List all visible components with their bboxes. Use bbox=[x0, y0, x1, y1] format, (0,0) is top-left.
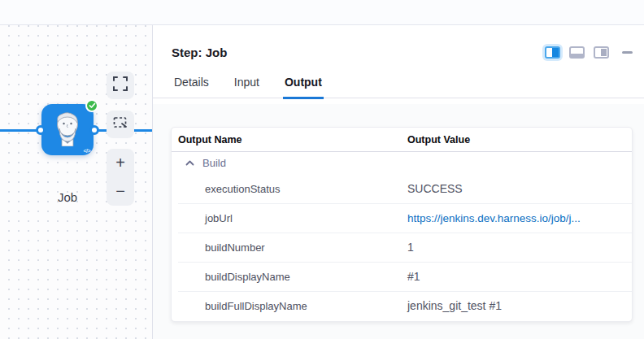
zoom-to-fit-button[interactable] bbox=[107, 72, 134, 99]
success-check-icon bbox=[85, 99, 98, 112]
column-header-output-value: Output Value bbox=[407, 134, 632, 146]
panel-tabs: Details Input Output bbox=[153, 76, 644, 98]
group-label: Build bbox=[202, 157, 226, 169]
output-tab-content: Output Name Output Value Build execution… bbox=[153, 104, 644, 339]
output-table-card: Output Name Output Value Build execution… bbox=[171, 127, 633, 322]
output-value-cell: #1 bbox=[407, 270, 632, 283]
zoom-out-button[interactable]: − bbox=[107, 177, 134, 206]
table-row: executionStatus SUCCESS bbox=[172, 174, 632, 203]
output-name-cell: buildFullDisplayName bbox=[172, 300, 407, 312]
output-value-cell: SUCCESS bbox=[407, 182, 632, 195]
node-output-port[interactable] bbox=[89, 125, 99, 135]
output-name-cell: buildDisplayName bbox=[172, 271, 407, 283]
node-label: Job bbox=[41, 190, 94, 204]
marquee-select-icon bbox=[113, 116, 128, 133]
pipeline-execution-page: </> Job + − Step: Job bbox=[0, 0, 644, 339]
job-step-node[interactable]: </> bbox=[41, 104, 94, 155]
build-group-toggle[interactable]: Build bbox=[172, 152, 632, 174]
output-value-cell: jenkins_git_test #1 bbox=[407, 299, 632, 312]
split-bottom-view-icon[interactable] bbox=[569, 46, 585, 59]
node-input-port[interactable] bbox=[36, 125, 46, 135]
zoom-in-button[interactable]: + bbox=[107, 149, 134, 177]
output-name-cell: jobUrl bbox=[172, 212, 407, 224]
top-header-bar bbox=[0, 0, 644, 25]
job-url-link[interactable]: https://jenkins.dev.harness.io/job/j... bbox=[407, 212, 581, 224]
output-value-cell: https://jenkins.dev.harness.io/job/j... bbox=[407, 211, 632, 224]
table-row: jobUrl https://jenkins.dev.harness.io/jo… bbox=[172, 203, 632, 233]
pipeline-canvas[interactable]: </> Job + − bbox=[0, 25, 152, 339]
table-header-row: Output Name Output Value bbox=[172, 128, 632, 152]
tab-details[interactable]: Details bbox=[172, 76, 211, 98]
step-details-panel: Step: Job Details Input Output Output Na… bbox=[152, 25, 644, 339]
minimize-panel-icon[interactable] bbox=[622, 51, 633, 54]
chevron-up-icon bbox=[185, 160, 194, 166]
table-row: buildFullDisplayName jenkins_git_test #1 bbox=[172, 291, 632, 320]
output-value-cell: 1 bbox=[407, 241, 632, 254]
dock-right-view-icon[interactable] bbox=[594, 46, 609, 59]
split-right-view-icon[interactable] bbox=[545, 46, 560, 59]
zoom-to-fit-icon bbox=[113, 76, 128, 94]
marquee-select-button[interactable] bbox=[107, 111, 134, 138]
output-name-cell: executionStatus bbox=[172, 183, 407, 195]
zoom-controls: + − bbox=[107, 149, 134, 206]
panel-view-toggles bbox=[545, 46, 633, 59]
tab-input[interactable]: Input bbox=[233, 76, 261, 98]
tab-output[interactable]: Output bbox=[283, 76, 324, 99]
code-icon: </> bbox=[83, 148, 90, 154]
column-header-output-name: Output Name bbox=[172, 134, 407, 146]
panel-title: Step: Job bbox=[172, 46, 227, 59]
output-name-cell: buildNumber bbox=[172, 241, 407, 254]
jenkins-icon bbox=[51, 111, 84, 150]
table-row: buildDisplayName #1 bbox=[172, 262, 632, 291]
table-row: buildNumber 1 bbox=[172, 233, 632, 262]
